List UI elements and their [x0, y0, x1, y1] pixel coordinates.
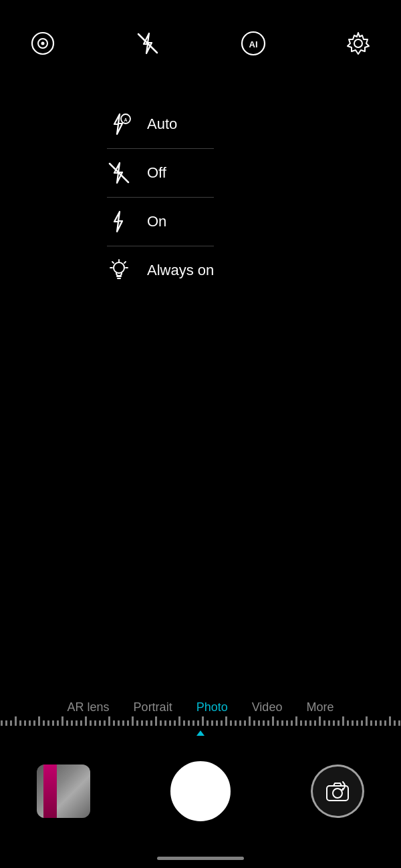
bottom-controls — [0, 761, 401, 821]
svg-point-10 — [114, 262, 124, 273]
svg-line-14 — [124, 262, 126, 263]
flip-camera-button[interactable] — [311, 765, 364, 818]
svg-text:AI: AI — [249, 39, 257, 49]
mode-indicator-arrow — [196, 730, 205, 736]
mode-bar: AR lens Portrait Photo Video More — [0, 700, 401, 714]
flash-option-off[interactable]: Off — [107, 149, 214, 198]
home-indicator — [157, 857, 244, 860]
svg-point-19 — [333, 789, 342, 798]
flash-off-label: Off — [147, 164, 166, 182]
shutter-button[interactable] — [170, 761, 231, 821]
mode-portrait[interactable]: Portrait — [134, 700, 172, 714]
flash-option-on[interactable]: On — [107, 198, 214, 246]
mode-photo[interactable]: Photo — [196, 700, 228, 714]
shutter-inner — [174, 765, 227, 817]
gallery-thumbnail[interactable] — [37, 765, 90, 818]
svg-point-6 — [354, 39, 362, 47]
flash-on-icon — [107, 210, 131, 234]
flash-auto-icon: A — [107, 112, 131, 136]
flash-option-auto[interactable]: A Auto — [107, 100, 214, 149]
mode-more[interactable]: More — [306, 700, 333, 714]
mode-video[interactable]: Video — [252, 700, 283, 714]
flash-menu: A Auto Off On — [107, 100, 214, 294]
top-bar: AI — [0, 0, 401, 87]
svg-point-2 — [41, 42, 45, 45]
mode-ar-lens[interactable]: AR lens — [68, 700, 110, 714]
ai-button[interactable]: AI — [237, 27, 269, 59]
flash-off-icon — [107, 161, 131, 185]
settings-button[interactable] — [342, 27, 374, 59]
flash-toggle-button[interactable] — [132, 27, 164, 59]
svg-text:A: A — [124, 118, 127, 122]
torch-icon — [107, 258, 131, 282]
ruler — [0, 714, 401, 728]
live-focus-button[interactable] — [27, 27, 59, 59]
flash-always-on-label: Always on — [147, 262, 214, 279]
flash-auto-label: Auto — [147, 116, 177, 133]
svg-line-16 — [112, 262, 114, 263]
flash-on-label: On — [147, 213, 166, 230]
flash-option-always-on[interactable]: Always on — [107, 246, 214, 294]
